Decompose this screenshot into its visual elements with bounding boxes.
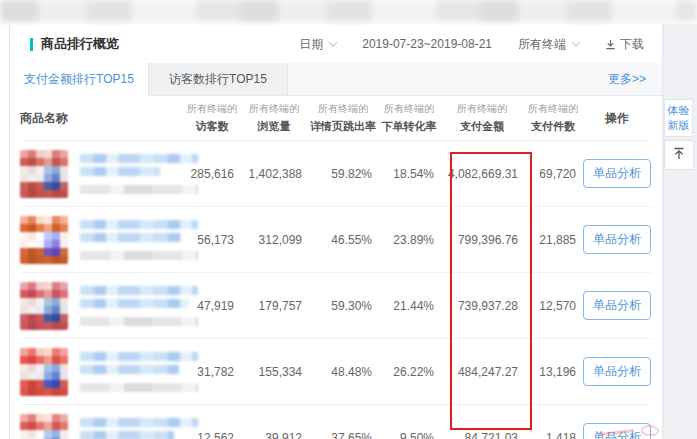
visitors-value: 56,173 [184, 233, 240, 247]
product-cell[interactable] [20, 282, 184, 330]
blurred-subtitle-line [80, 251, 198, 260]
blurred-title-line [80, 167, 160, 176]
panel-header: 商品排行概览 日期 2019-07-23~2019-08-21 所有终端 下载 [10, 25, 662, 63]
blurred-title-line [80, 286, 198, 295]
download-icon [605, 39, 616, 50]
blurred-subtitle-line [80, 317, 198, 326]
page-views-value: 155,334 [240, 365, 308, 379]
actions-cell: 单品分析 [582, 357, 652, 386]
table-header-row: 商品名称 所有终端的 访客数 所有终端的 浏览量 所有终端的 详情页跳出率 所有… [20, 96, 652, 140]
header-prefix: 所有终端的 [249, 102, 299, 116]
product-title-blurred [80, 154, 198, 194]
header-metric-label: 支付金额 [460, 119, 504, 134]
blurred-subtitle-line [80, 185, 198, 194]
bounce-rate-value: 59.82% [308, 167, 378, 181]
actions-cell: 单品分析 [582, 225, 652, 254]
page-views-value: 39,912 [240, 431, 308, 439]
product-title-blurred [80, 352, 198, 392]
conversion-rate-value: 23.89% [378, 233, 440, 247]
product-cell[interactable] [20, 150, 184, 198]
visitors-value: 31,782 [184, 365, 240, 379]
actions-cell: 单品分析 [582, 291, 652, 320]
blurred-title-line [80, 352, 198, 361]
header-metric-label: 详情页跳出率 [310, 119, 376, 134]
back-to-top-button[interactable] [664, 140, 694, 170]
table-row: 12,562 39,912 37.65% 9.50% 84,721.03 1,4… [20, 404, 652, 439]
back-to-top-icon [672, 146, 686, 164]
payment-items-value: 13,196 [524, 365, 582, 379]
date-filter-dropdown[interactable]: 日期 [299, 36, 336, 53]
item-analysis-button[interactable]: 单品分析 [583, 357, 651, 386]
page-views-value: 1,402,388 [240, 167, 308, 181]
actions-cell: 单品分析 [582, 159, 652, 188]
product-ranking-panel: 商品排行概览 日期 2019-07-23~2019-08-21 所有终端 下载 [9, 25, 662, 439]
payment-items-value: 12,570 [524, 299, 582, 313]
product-cell[interactable] [20, 216, 184, 264]
tab-visitor-count-ranking[interactable]: 访客数排行TOP15 [149, 63, 288, 95]
tab-bar: 支付金额排行TOP15 访客数排行TOP15 更多>> [10, 63, 662, 96]
terminal-filter-label: 所有终端 [518, 36, 566, 53]
panel-title: 商品排行概览 [41, 35, 119, 53]
page-views-value: 312,099 [240, 233, 308, 247]
bounce-rate-value: 48.48% [308, 365, 378, 379]
tab-payment-amount-ranking[interactable]: 支付金额排行TOP15 [10, 63, 149, 96]
header-metric-label: 浏览量 [258, 119, 291, 134]
blurred-title-line [80, 220, 198, 229]
header-conversion-rate: 所有终端的 下单转化率 [378, 102, 440, 134]
payment-items-value: 1,418 [524, 431, 582, 439]
header-bounce-rate: 所有终端的 详情页跳出率 [308, 102, 378, 134]
blurred-title-line [80, 431, 174, 439]
date-range-value[interactable]: 2019-07-23~2019-08-21 [362, 37, 492, 51]
product-title-blurred [80, 220, 198, 260]
bounce-rate-value: 46.55% [308, 233, 378, 247]
visitors-value: 12,562 [184, 431, 240, 439]
chevron-down-icon [329, 38, 337, 46]
new-version-button[interactable]: 体验新版 [664, 99, 693, 137]
conversion-rate-value: 9.50% [378, 431, 440, 439]
product-image [20, 348, 68, 396]
header-visitors: 所有终端的 访客数 [184, 102, 240, 134]
accent-bar [30, 38, 33, 51]
bounce-rate-value: 59.30% [308, 299, 378, 313]
product-title-blurred [80, 286, 198, 326]
header-page-views: 所有终端的 浏览量 [240, 102, 308, 134]
visitors-value: 47,919 [184, 299, 240, 313]
more-link[interactable]: 更多>> [608, 71, 662, 88]
right-gutter [662, 24, 697, 439]
item-analysis-button[interactable]: 单品分析 [583, 291, 651, 320]
download-button[interactable]: 下载 [605, 36, 644, 53]
item-analysis-button[interactable]: 单品分析 [583, 159, 651, 188]
page-views-value: 179,757 [240, 299, 308, 313]
red-highlight-annotation [450, 152, 532, 430]
table-row: 31,782 155,334 48.48% 26.22% 484,247.27 … [20, 338, 652, 404]
screen: 商品排行概览 日期 2019-07-23~2019-08-21 所有终端 下载 [0, 0, 697, 439]
item-analysis-button[interactable]: 单品分析 [583, 225, 651, 254]
toolbar: 日期 2019-07-23~2019-08-21 所有终端 下载 [299, 36, 644, 53]
blurred-page-background [0, 0, 697, 22]
terminal-filter-dropdown[interactable]: 所有终端 [518, 36, 579, 53]
header-metric-label: 下单转化率 [382, 119, 437, 134]
download-label: 下载 [620, 36, 644, 53]
red-scribble-mark [641, 425, 659, 436]
chevron-down-icon [572, 38, 580, 46]
header-metric-label: 访客数 [196, 119, 229, 134]
product-cell[interactable] [20, 348, 184, 396]
header-payment-items: 所有终端的 支付件数 [524, 102, 582, 134]
blurred-title-line [80, 299, 189, 308]
payment-items-value: 21,885 [524, 233, 582, 247]
conversion-rate-value: 26.22% [378, 365, 440, 379]
header-prefix: 所有终端的 [318, 102, 368, 116]
header-prefix: 所有终端的 [528, 102, 578, 116]
header-actions: 操作 [582, 110, 652, 127]
header-prefix: 所有终端的 [187, 102, 237, 116]
blurred-title-line [80, 154, 198, 163]
product-title-blurred [80, 418, 198, 439]
bounce-rate-value: 37.65% [308, 431, 378, 439]
table-row: 56,173 312,099 46.55% 23.89% 799,396.76 … [20, 206, 652, 272]
blurred-title-line [80, 418, 198, 427]
payment-amount-value: 84,721.03 [440, 431, 524, 439]
product-image [20, 150, 68, 198]
product-cell[interactable] [20, 414, 184, 439]
blurred-title-line [80, 233, 181, 242]
date-filter-label: 日期 [299, 36, 323, 53]
